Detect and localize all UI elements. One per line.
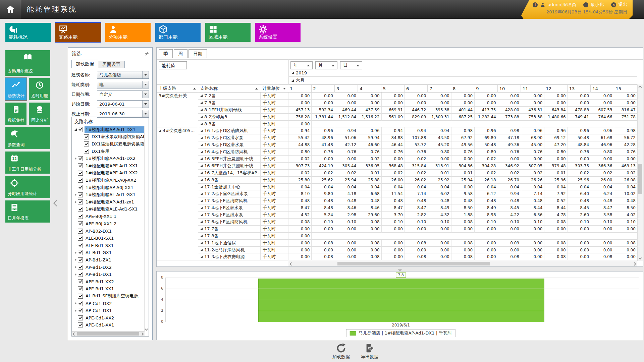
tree-item[interactable]: AP-Cd1-DX1 [72,307,145,314]
axis-button-1[interactable]: 月 [315,61,337,69]
tree-item[interactable]: 1#楼配电箱ALE-Ad1-SX1 [72,206,145,213]
tree-item[interactable]: 1#楼配电箱AP-A0J-XX1 [72,184,145,191]
checkbox[interactable] [78,301,83,306]
dropdown-arrow[interactable] [142,110,149,117]
nav-tile-department-energy[interactable]: 部门用能 [155,23,201,42]
branch-cell[interactable]: 8-2冷却泵3 [198,114,261,121]
branch-cell[interactable]: 17-1金蛋加工中心 [198,184,261,191]
scrollbar-thumb[interactable] [337,262,490,265]
field-input-3[interactable]: 2019-06-01 [97,100,149,108]
tree-item[interactable]: 1#楼配电箱AP-Ad1-zx1 [72,198,145,206]
tab-load-data[interactable]: 加载数据 [71,60,98,68]
checkbox[interactable] [78,308,83,313]
tree-item[interactable]: 1#楼配电箱AP-Ad1-DX2 [72,155,145,162]
tree-item[interactable]: 1#楼配电箱APE-A0J-XX2 [72,177,145,184]
branch-cell[interactable]: 16-1地下D区消防风机 [198,127,261,134]
tree-expander[interactable] [73,273,78,276]
checkbox[interactable] [78,294,83,299]
branch-cell[interactable]: 11-3地下洗衣房电源 [198,253,261,260]
tree-item[interactable]: DX1潜水泵双电源切换箱AP-Ad [72,133,145,141]
chart-legend[interactable]: 马儿岛酒店 | 1#楼配电箱AP-Ad1-DX1 | 千瓦时 [346,329,455,337]
tree-expander[interactable] [73,193,78,196]
branch-cell[interactable]: 11-1地下通信房 [198,240,261,247]
tree-expander[interactable] [73,258,78,261]
dropdown-arrow[interactable] [142,71,149,78]
column-header-unit[interactable]: 计量单位 [260,84,288,93]
tree-horizontal-scrollbar[interactable] [72,331,145,336]
checkbox[interactable] [84,134,89,139]
branch-cell[interactable]: 16-4地下C区消防风机 [198,148,261,156]
nav-tile-subitem-energy[interactable]: 分项用能 [105,23,151,42]
tree-vertical-scrollbar[interactable] [144,126,149,331]
sidebar-item-branch-overview[interactable]: 支路用能概况 [5,50,50,76]
checkbox[interactable] [78,250,83,255]
sidebar-item-yoy-analysis[interactable]: 同比分析 [29,103,50,125]
checkbox[interactable] [78,221,83,226]
axis-button-2[interactable]: 日 [340,61,362,69]
checkbox[interactable] [84,149,89,154]
tree-expander[interactable] [73,157,78,160]
sidebar-item-nonworkday-analysis[interactable]: 12 非工作日用能分析 [5,152,50,174]
sidebar-item-trend-stats[interactable]: 趋势统计 [5,78,26,100]
tree-expander[interactable] [73,302,78,305]
tree-item[interactable]: DX1隔油机房双电源切换箱AP- [72,140,145,148]
tree-item[interactable]: AP-Cd1-DX2 [72,300,145,307]
branch-cell[interactable]: 17-5地下E区潜水泵 [198,212,261,219]
panel-splitter[interactable] [156,267,643,271]
branch-cell[interactable]: 17-8备 [198,233,261,240]
scrollbar-thumb[interactable] [638,164,642,194]
checkbox[interactable] [78,207,83,212]
day-column-header[interactable]: 9 [474,84,497,93]
checkbox[interactable] [78,171,83,176]
checkbox[interactable] [78,127,83,132]
dropdown-arrow[interactable] [142,81,149,88]
tree-item[interactable]: ALE-Bd1-SX1 [72,242,145,249]
tree-item[interactable]: 1#楼配电箱AL-Ad1-GX1 [72,191,145,198]
axis-button-0[interactable]: 年 [290,61,313,69]
checkbox[interactable] [78,322,83,327]
day-column-header[interactable]: 7 [428,84,451,93]
tree-item[interactable]: 1#楼配电箱AP-Ad1-DX1 [72,126,145,133]
branch-cell[interactable]: 17-4地下F区潜水泵 [198,204,261,212]
checkbox[interactable] [78,163,83,168]
tree-item[interactable]: AP-B02-DX1 [72,227,145,235]
day-column-header[interactable]: 8 [451,84,474,93]
tree-item[interactable]: AP-Bd1-DX1 [72,271,145,278]
export-data-button[interactable]: 导出数据 [356,343,384,360]
checkbox[interactable] [78,286,83,291]
nav-tile-energy-overview[interactable]: 能耗概况 [5,23,51,42]
branch-cell[interactable]: 17-2地下室G区潜水泵 [198,190,261,197]
scrollbar-thumb[interactable] [77,332,139,336]
field-input-0[interactable]: 马儿岛酒店 [97,71,149,79]
tree-item[interactable]: AL-Bd1-SF制服库空调电源 [72,293,145,300]
info-icon[interactable]: i [533,2,538,7]
period-tab-1[interactable]: 周 [174,49,188,58]
minimize-icon[interactable]: – [583,2,588,7]
branch-cell[interactable]: 17-3地下E区消防风机 [198,197,261,204]
table-vertical-scrollbar[interactable] [637,84,643,261]
checkbox[interactable] [78,156,83,161]
sidebar-item-dmy-report[interactable]: 日月年报表 [5,200,50,223]
checkbox[interactable] [78,257,83,262]
tree-expander[interactable] [73,309,78,312]
checkbox[interactable] [78,243,83,248]
measure-button[interactable]: 能耗值 [159,61,187,69]
tree-expander[interactable] [73,201,78,203]
branch-cell[interactable]: 16-2地下C区潜水泵 [198,134,261,141]
checkbox[interactable] [78,185,83,190]
home-button[interactable] [0,0,21,19]
tree-item[interactable]: APE-Bd1-XX2 [72,278,145,285]
checkbox[interactable] [78,279,83,284]
tree-expander[interactable] [73,266,78,268]
tree-item[interactable]: APE-Cd1-XX1 [72,321,145,329]
nav-tile-system-settings[interactable]: 系统设置 [255,23,301,42]
tree-item[interactable]: DX1备用 [72,148,145,155]
tree-item[interactable]: APE-Bd1-XX1 [72,285,145,293]
branch-cell[interactable]: 7-3备 [198,100,261,107]
sidebar-item-data-collection[interactable]: 数据集抄 [5,103,26,125]
period-tab-2[interactable]: 日期 [189,49,207,58]
tree-item[interactable]: ALE-B01-SX1 [72,235,145,242]
day-column-header[interactable]: 2 [312,84,335,93]
branch-cell[interactable]: 17-6地下E区消防风机 [198,219,261,226]
tree-item[interactable]: 1#楼配电箱APE-Ad1-XX2 [72,170,145,177]
